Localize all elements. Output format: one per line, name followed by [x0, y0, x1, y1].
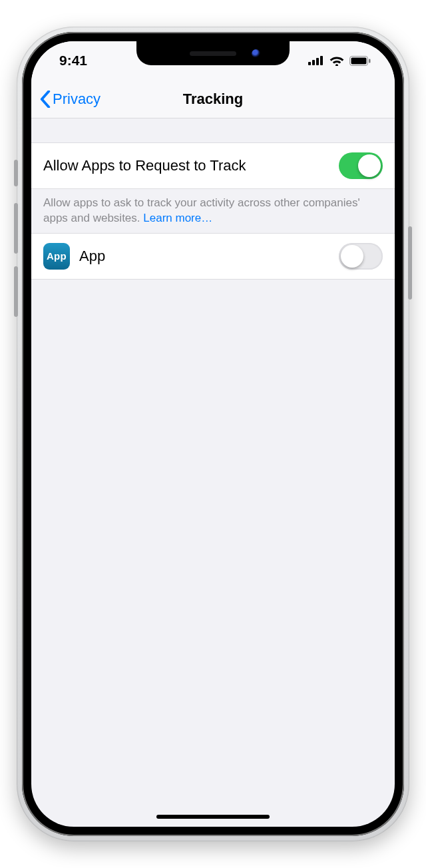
status-time: 9:41 [59, 53, 87, 69]
front-camera [252, 49, 260, 58]
svg-rect-2 [316, 58, 319, 65]
svg-rect-0 [308, 62, 311, 65]
ringer-switch [14, 160, 18, 186]
volume-down-button [14, 266, 18, 317]
wifi-icon [329, 55, 344, 66]
battery-icon [349, 56, 371, 66]
app-icon: App [43, 243, 70, 270]
device-frame: 9:41 Privacy Tracking Allow [17, 27, 409, 841]
home-indicator[interactable] [156, 815, 270, 819]
back-button[interactable]: Privacy [31, 91, 101, 108]
app-tracking-switch[interactable] [339, 243, 383, 270]
cellular-icon [308, 56, 324, 65]
status-indicators [308, 55, 371, 66]
svg-rect-6 [369, 59, 371, 63]
svg-rect-1 [312, 60, 315, 65]
side-button [408, 226, 412, 300]
allow-tracking-description: Allow apps to ask to track your activity… [31, 189, 395, 233]
app-row: AppApp [31, 233, 395, 280]
back-label: Privacy [53, 91, 101, 108]
svg-rect-3 [320, 56, 323, 65]
notch [136, 41, 290, 65]
volume-up-button [14, 203, 18, 254]
allow-tracking-row: Allow Apps to Request to Track [31, 142, 395, 189]
content: Allow Apps to Request to Track Allow app… [31, 118, 395, 280]
speaker-grille [190, 51, 236, 56]
allow-tracking-label: Allow Apps to Request to Track [43, 157, 329, 174]
allow-tracking-switch[interactable] [339, 152, 383, 179]
chevron-left-icon [39, 91, 51, 108]
svg-rect-5 [351, 57, 367, 64]
navigation-bar: Privacy Tracking [31, 80, 395, 118]
app-name: App [79, 248, 329, 265]
screen: 9:41 Privacy Tracking Allow [31, 41, 395, 827]
learn-more-link[interactable]: Learn more… [143, 212, 212, 224]
